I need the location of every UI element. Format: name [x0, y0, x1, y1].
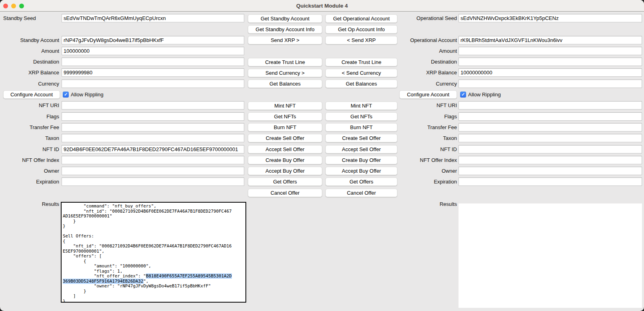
operational-results-textarea[interactable] — [459, 203, 642, 308]
standby-destination-input[interactable] — [62, 58, 244, 66]
burn-nft-standby-button[interactable]: Burn NFT — [248, 123, 322, 132]
operational-transfer-fee-input[interactable] — [459, 123, 642, 132]
standby-expiration-input[interactable] — [62, 177, 244, 186]
mint-nft-operational-button[interactable]: Mint NFT — [325, 102, 397, 110]
operational-nft-id-label: NFT ID — [397, 145, 457, 154]
create-sell-offer-operational-button[interactable]: Create Sell Offer — [325, 134, 397, 142]
get-balances-operational-button[interactable]: Get Balances — [325, 80, 397, 88]
allow-rippling-operational-checkbox[interactable]: ✓ — [460, 92, 466, 98]
create-buy-offer-standby-button[interactable]: Create Buy Offer — [248, 156, 322, 164]
operational-destination-input[interactable] — [459, 58, 642, 66]
operational-nft-uri-input[interactable] — [459, 101, 642, 110]
operational-expiration-label: Expiration — [397, 177, 457, 186]
accept-buy-offer-operational-button[interactable]: Accept Buy Offer — [325, 167, 397, 175]
standby-nft-offer-index-label: NFT Offer Index — [0, 156, 59, 164]
send-currency-standby-button[interactable]: Send Currency > — [248, 69, 322, 77]
get-op-account-info-button[interactable]: Get Op Account Info — [325, 25, 397, 34]
get-offers-standby-button[interactable]: Get Offers — [248, 177, 322, 186]
app-window: Quickstart Module 4 Standby Seed Standby… — [0, 0, 644, 311]
standby-results-text: "command": "nft_buy_offers", "nft_id": "… — [62, 203, 245, 303]
standby-xrp-balance-input[interactable] — [62, 68, 244, 77]
standby-transfer-fee-label: Transfer Fee — [0, 123, 59, 132]
operational-xrp-balance-label: XRP Balance — [397, 68, 457, 77]
operational-xrp-balance-input[interactable] — [459, 68, 642, 77]
get-standby-account-info-button[interactable]: Get Standby Account Info — [248, 25, 322, 34]
accept-buy-offer-standby-button[interactable]: Accept Buy Offer — [248, 167, 322, 175]
standby-transfer-fee-input[interactable] — [62, 123, 244, 132]
operational-transfer-fee-label: Transfer Fee — [397, 123, 457, 132]
operational-account-input[interactable] — [459, 36, 642, 44]
titlebar: Quickstart Module 4 — [0, 0, 644, 12]
standby-nft-offer-index-input[interactable] — [62, 156, 244, 164]
operational-destination-label: Destination — [397, 58, 457, 66]
create-trust-line-operational-button[interactable]: Create Trust Line — [325, 58, 397, 66]
get-nfts-standby-button[interactable]: Get NFTs — [248, 112, 322, 121]
standby-destination-label: Destination — [0, 58, 59, 66]
get-operational-account-button[interactable]: Get Operational Account — [325, 14, 397, 23]
standby-seed-input[interactable] — [62, 14, 244, 22]
standby-amount-label: Amount — [0, 47, 59, 55]
standby-account-label: Standby Account — [0, 36, 59, 44]
create-sell-offer-standby-button[interactable]: Create Sell Offer — [248, 134, 322, 142]
standby-currency-label: Currency — [0, 80, 59, 88]
cancel-offer-standby-button[interactable]: Cancel Offer — [248, 189, 322, 197]
send-xrp-standby-button[interactable]: Send XRP > — [248, 36, 322, 44]
send-currency-operational-button[interactable]: < Send Currency — [325, 69, 397, 77]
allow-rippling-operational-label: Allow Rippling — [468, 90, 501, 99]
standby-taxon-label: Taxon — [0, 134, 59, 142]
standby-owner-input[interactable] — [62, 167, 244, 175]
standby-nft-uri-label: NFT URI — [0, 101, 59, 110]
configure-account-operational-button[interactable]: Configure Account — [399, 90, 457, 99]
standby-nft-id-label: NFT ID — [0, 145, 59, 154]
standby-amount-input[interactable] — [62, 47, 244, 55]
operational-currency-input[interactable] — [459, 80, 642, 88]
create-buy-offer-operational-button[interactable]: Create Buy Offer — [325, 156, 397, 164]
standby-results-textarea[interactable]: "command": "nft_buy_offers", "nft_id": "… — [61, 202, 246, 303]
operational-currency-label: Currency — [397, 80, 457, 88]
operational-seed-input[interactable] — [459, 14, 642, 22]
operational-taxon-label: Taxon — [397, 134, 457, 142]
checkmark-icon: ✓ — [63, 92, 69, 98]
create-trust-line-standby-button[interactable]: Create Trust Line — [248, 58, 322, 66]
mint-nft-standby-button[interactable]: Mint NFT — [248, 102, 322, 110]
standby-nft-uri-input[interactable] — [62, 101, 244, 110]
send-xrp-operational-button[interactable]: < Send XRP — [325, 36, 397, 44]
configure-account-standby-button[interactable]: Configure Account — [3, 90, 60, 99]
operational-nft-id-input[interactable] — [459, 145, 642, 154]
operational-owner-label: Owner — [397, 167, 457, 175]
operational-owner-input[interactable] — [459, 167, 642, 175]
window-title: Quickstart Module 4 — [0, 0, 644, 12]
standby-expiration-label: Expiration — [0, 177, 59, 186]
operational-results-label: Results — [397, 200, 457, 208]
allow-rippling-standby-label: Allow Rippling — [71, 90, 104, 99]
get-standby-account-button[interactable]: Get Standby Account — [248, 14, 322, 23]
operational-nft-uri-label: NFT URI — [397, 101, 457, 110]
standby-taxon-input[interactable] — [62, 134, 244, 142]
operational-account-label: Operational Account — [397, 36, 457, 44]
operational-expiration-input[interactable] — [459, 177, 642, 186]
standby-flags-input[interactable] — [62, 112, 244, 121]
standby-currency-input[interactable] — [62, 80, 244, 88]
standby-nft-id-input[interactable] — [62, 145, 244, 154]
accept-sell-offer-standby-button[interactable]: Accept Sell Offer — [248, 145, 322, 154]
operational-amount-input[interactable] — [459, 47, 642, 55]
standby-seed-label: Standby Seed — [0, 14, 59, 22]
operational-flags-input[interactable] — [459, 112, 642, 121]
standby-owner-label: Owner — [0, 167, 59, 175]
get-balances-standby-button[interactable]: Get Balances — [248, 80, 322, 88]
operational-nft-offer-index-input[interactable] — [459, 156, 642, 164]
operational-nft-offer-index-label: NFT Offer Index — [397, 156, 457, 164]
operational-seed-label: Operational Seed — [397, 14, 457, 22]
operational-amount-label: Amount — [397, 47, 457, 55]
operational-flags-label: Flags — [397, 112, 457, 121]
operational-taxon-input[interactable] — [459, 134, 642, 142]
burn-nft-operational-button[interactable]: Burn NFT — [325, 123, 397, 132]
accept-sell-offer-operational-button[interactable]: Accept Sell Offer — [325, 145, 397, 154]
cancel-offer-operational-button[interactable]: Cancel Offer — [325, 189, 397, 197]
standby-flags-label: Flags — [0, 112, 59, 121]
standby-account-input[interactable] — [62, 36, 244, 44]
allow-rippling-standby-checkbox[interactable]: ✓ — [63, 92, 69, 98]
standby-results-label: Results — [0, 200, 59, 208]
get-offers-operational-button[interactable]: Get Offers — [325, 177, 397, 186]
get-nfts-operational-button[interactable]: Get NFTs — [325, 112, 397, 121]
